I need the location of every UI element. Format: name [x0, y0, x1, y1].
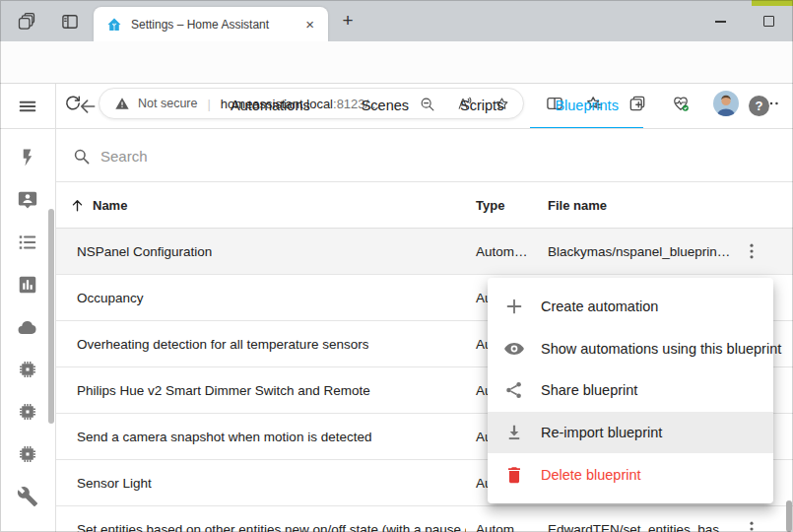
- sidebar-voice-assist-icon[interactable]: [17, 189, 38, 211]
- tab-close-icon[interactable]: ×: [301, 15, 318, 33]
- row-type: Autom…: [476, 229, 528, 275]
- row-name: NSPanel Configuration: [77, 229, 212, 275]
- menu-item-delete-blueprint[interactable]: Delete blueprint: [488, 453, 773, 496]
- sidebar-todo-list-icon[interactable]: [17, 232, 38, 253]
- sort-ascending-icon[interactable]: [70, 198, 85, 213]
- active-browser-tab[interactable]: Settings – Home Assistant ×: [94, 7, 328, 41]
- home-assistant-logo-icon: [106, 17, 122, 33]
- sidebar-history-icon[interactable]: [17, 274, 38, 296]
- download-icon: [503, 422, 525, 443]
- browser-toolbar: Not secure | homeassistant.local :8123/.…: [0, 41, 793, 84]
- menu-item-share-blueprint[interactable]: Share blueprint: [488, 369, 773, 412]
- desktop-peek-strip: [752, 0, 793, 6]
- table-header: Name Type File name: [56, 182, 793, 229]
- row-name: Philips Hue v2 Smart Dimmer Switch and R…: [77, 367, 370, 414]
- share-icon: [503, 379, 525, 401]
- sidebar-menu-icon[interactable]: [17, 96, 38, 117]
- ha-nav-tabs: Automations Scenes Scripts Blueprints: [56, 84, 793, 129]
- window-maximize-icon[interactable]: [763, 16, 774, 27]
- workspaces-icon[interactable]: [17, 12, 36, 32]
- sidebar-scrollbar[interactable]: [48, 209, 54, 424]
- search-icon: [72, 147, 91, 166]
- window-minimize-icon[interactable]: [715, 21, 726, 23]
- column-header-file[interactable]: File name: [548, 182, 607, 229]
- trash-icon: [503, 464, 525, 486]
- sidebar-integration-icon[interactable]: [17, 443, 38, 465]
- tab-blueprints[interactable]: Blueprints: [530, 84, 642, 129]
- sidebar-integration-icon[interactable]: [17, 359, 38, 380]
- row-file: Blackymas/nspanel_blueprin…: [548, 229, 730, 275]
- ha-sidebar: [0, 84, 56, 532]
- row-name: Sensor Light: [77, 460, 152, 506]
- page-scrollbar[interactable]: [786, 500, 792, 532]
- row-overflow-menu-icon[interactable]: [741, 240, 762, 262]
- sidebar-energy-icon[interactable]: [17, 147, 38, 168]
- row-name: Occupancy: [77, 275, 144, 321]
- column-header-type[interactable]: Type: [476, 182, 504, 229]
- search-row: [56, 129, 793, 182]
- tab-automations[interactable]: Automations: [206, 84, 335, 129]
- menu-item-show-automations[interactable]: Show automations using this blueprint: [488, 328, 773, 370]
- tab-scripts[interactable]: Scripts: [435, 84, 528, 129]
- row-name: Send a camera snapshot when motion is de…: [77, 414, 371, 460]
- browser-window: Settings – Home Assistant × + Not secu: [0, 0, 793, 532]
- row-type: Autom…: [476, 506, 528, 532]
- table-row[interactable]: Set entities based on other entities new…: [56, 506, 793, 532]
- new-tab-icon[interactable]: +: [336, 9, 360, 33]
- menu-item-create-automation[interactable]: Create automation: [488, 286, 773, 328]
- menu-item-reimport-blueprint[interactable]: Re-import blueprint: [488, 412, 773, 454]
- tab-actions-icon[interactable]: [60, 12, 80, 32]
- eye-icon: [503, 338, 525, 360]
- row-name: Overheating detection for all temperatur…: [77, 321, 368, 367]
- table-row[interactable]: NSPanel Configuration Autom… Blackymas/n…: [56, 229, 793, 275]
- search-input[interactable]: [100, 143, 652, 168]
- row-name: Set entities based on other entities new…: [77, 506, 466, 532]
- browser-tab-strip: Settings – Home Assistant × +: [0, 0, 793, 41]
- tab-scenes[interactable]: Scenes: [337, 84, 433, 129]
- column-header-name[interactable]: Name: [93, 182, 127, 229]
- plus-icon: [503, 296, 525, 317]
- help-icon[interactable]: ?: [749, 96, 769, 116]
- sidebar-cloud-icon[interactable]: [17, 316, 38, 338]
- tab-title: Settings – Home Assistant: [131, 18, 301, 32]
- blueprint-context-menu: Create automation Show automations using…: [488, 278, 773, 503]
- row-overflow-menu-icon[interactable]: [741, 518, 762, 532]
- row-file: EdwardTEN/set_entities_bas…: [548, 506, 733, 532]
- sidebar-developer-tools-icon[interactable]: [17, 486, 38, 507]
- sidebar-integration-icon[interactable]: [17, 401, 38, 423]
